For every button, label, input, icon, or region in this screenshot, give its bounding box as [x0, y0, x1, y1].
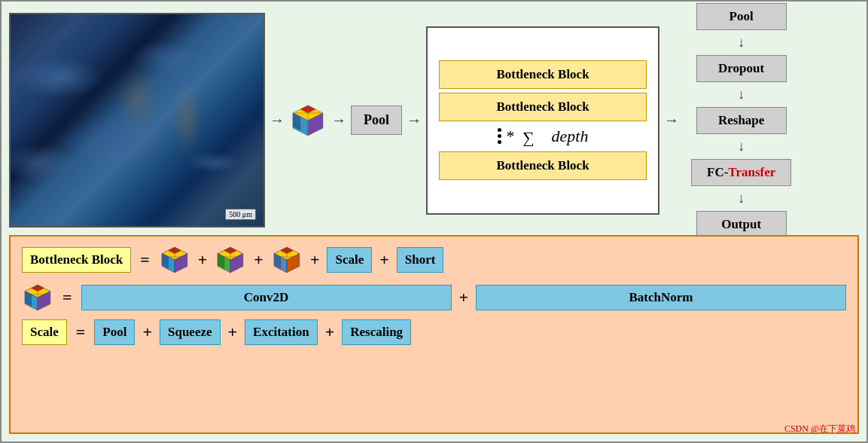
arrow-to-pool: →	[327, 112, 351, 129]
arrow-down-2: ↓	[738, 85, 745, 104]
plus-2: +	[252, 250, 265, 270]
arrow-down-1: ↓	[738, 33, 745, 52]
arrow-to-bottleneck: →	[402, 112, 426, 129]
pool-box-top: Pool	[351, 105, 402, 135]
watermark: CSDN @在下菜鸡	[784, 423, 855, 435]
bottleneck-label: Bottleneck Block	[22, 247, 131, 273]
equals-2: =	[59, 288, 75, 307]
plus-8: +	[324, 322, 337, 342]
pipeline-reshape: Reshape	[696, 107, 787, 134]
csdn-text: CSDN	[784, 423, 809, 434]
plus-7: +	[227, 322, 239, 342]
pipeline-fc-transfer: FC-Transfer	[691, 159, 791, 186]
bottleneck-block-2: Bottleneck Block	[439, 93, 647, 121]
transfer-text: Transfer	[728, 165, 775, 179]
cube-icon-2	[215, 244, 246, 276]
equals-3: =	[73, 322, 89, 342]
plus-1: +	[196, 250, 209, 270]
cube-icon-small	[22, 282, 53, 313]
arrow-to-cube: →	[265, 112, 289, 129]
conv-formula-row: = Conv2D + BatchNorm	[22, 282, 846, 313]
plus-5: +	[458, 288, 471, 307]
short-box: Short	[397, 247, 444, 273]
scale-box-row1: Scale	[327, 247, 372, 273]
pipeline-dropout: Dropout	[696, 55, 787, 82]
pipeline-pool: Pool	[696, 3, 787, 30]
arrow-down-3: ↓	[738, 137, 745, 156]
bottleneck-formula-row: Bottleneck Block = +	[22, 244, 846, 276]
bottleneck-container: Bottleneck Block Bottleneck Block * ∑ de…	[426, 26, 659, 215]
squeeze-box: Squeeze	[160, 319, 221, 345]
depth-formula: * ∑ depth	[439, 125, 647, 148]
plus-6: +	[141, 322, 154, 342]
top-section: →	[2, 2, 866, 235]
plus-4: +	[378, 250, 391, 270]
scale-label-row3: Scale	[22, 319, 67, 345]
main-container: →	[0, 0, 868, 443]
plus-3: +	[309, 250, 321, 270]
bottom-section: Bottleneck Block = +	[9, 235, 859, 434]
right-pipeline: Pool ↓ Dropout ↓ Reshape ↓ FC-Transfer ↓…	[691, 3, 791, 238]
scale-formula-row: Scale = Pool + Squeeze + Excitation + Re…	[22, 319, 846, 345]
pipeline-output: Output	[696, 211, 787, 238]
input-cube-icon	[289, 102, 327, 139]
conv2d-box: Conv2D	[81, 285, 452, 310]
cube-icon-3	[271, 244, 303, 276]
arrow-down-4: ↓	[738, 189, 745, 208]
author-text: @在下菜鸡	[811, 423, 855, 434]
rescaling-box: Rescaling	[342, 319, 411, 345]
svg-text:∑: ∑	[522, 128, 535, 146]
pool-box-scale: Pool	[94, 319, 135, 345]
bottleneck-block-1: Bottleneck Block	[439, 60, 647, 89]
arrow-to-pipeline: →	[659, 112, 684, 129]
cube-icon-1	[159, 244, 190, 276]
microscope-image	[9, 13, 265, 228]
excitation-box: Excitation	[245, 319, 318, 345]
batchnorm-box: BatchNorm	[476, 285, 846, 310]
bottleneck-block-3: Bottleneck Block	[439, 151, 647, 180]
equals-1: =	[137, 250, 153, 270]
